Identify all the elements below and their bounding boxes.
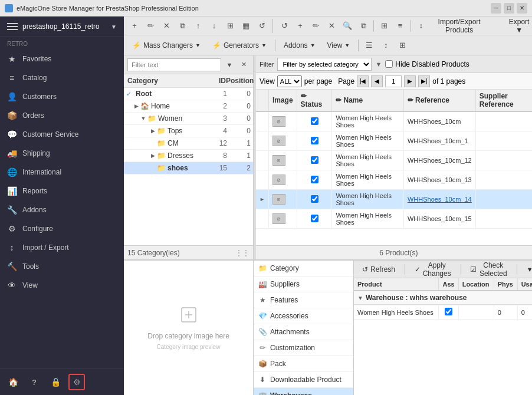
sidebar-item-favorites[interactable]: ★ Favorites <box>0 50 124 68</box>
hamburger-menu[interactable] <box>7 23 18 30</box>
category-refresh-button[interactable]: ↺ <box>255 19 269 33</box>
product-extra1-button[interactable]: ⊞ <box>377 19 391 33</box>
status-checkbox[interactable] <box>311 195 318 203</box>
sidebar-item-addons[interactable]: 🔧 Addons <box>0 200 124 219</box>
prev-page-button[interactable]: ◀ <box>371 75 383 87</box>
tab-accessories[interactable]: 💎 Accessories <box>254 308 353 324</box>
product-search-button[interactable]: 🔍 <box>341 19 354 33</box>
table-row[interactable]: ⊘ Women High Heels Shoes WHHShoes_10cm <box>256 111 532 131</box>
warehouse-expand-icon[interactable]: ▼ <box>357 295 363 301</box>
tree-item-tops[interactable]: ▶ 📁 Tops 4 0 <box>124 125 253 137</box>
apply-changes-button[interactable]: ✓ Apply Changes <box>410 259 456 279</box>
status-checkbox[interactable] <box>311 137 318 144</box>
check-selected-button[interactable]: ☑ Check Selected <box>465 259 512 279</box>
new-category-button[interactable]: + <box>127 19 142 33</box>
sidebar-item-view[interactable]: 👁 View <box>0 276 124 295</box>
hide-disabled-checkbox[interactable] <box>385 60 393 68</box>
tab-category[interactable]: 📁 Category <box>254 261 353 276</box>
col-supplier-ref[interactable]: Supplier Reference <box>475 90 532 111</box>
status-checkbox[interactable] <box>311 215 318 222</box>
delete-category-button[interactable]: ✕ <box>159 19 173 33</box>
expand-button[interactable]: ⊞ <box>223 19 237 33</box>
sidebar-item-orders[interactable]: 📦 Orders <box>0 106 124 125</box>
tree-item-women[interactable]: ▼ 📁 Women 3 0 <box>124 113 253 125</box>
sidebar-item-customers[interactable]: 👤 Customers <box>0 87 124 106</box>
settings-button[interactable]: ⚙ <box>68 374 85 390</box>
minimize-button[interactable]: ─ <box>491 3 501 14</box>
filter-funnel-icon[interactable]: ▼ <box>375 61 382 68</box>
col-status[interactable]: ✏ Status <box>297 90 332 111</box>
sidebar-item-tools[interactable]: 🔨 Tools <box>0 257 124 276</box>
table-row-selected[interactable]: ► ⊘ Women High Heels Shoes WHHShoes_10cm… <box>256 190 532 209</box>
store-dropdown-icon[interactable]: ▼ <box>111 24 117 30</box>
tree-item-shoes[interactable]: 📁 shoes 15 2 <box>124 162 253 175</box>
hide-disabled-label[interactable]: Hide Disabled Products <box>385 60 469 68</box>
col-name[interactable]: ✏ Name <box>332 90 403 111</box>
product-edit-button[interactable]: ✏ <box>309 19 323 33</box>
tab-warehouses[interactable]: 🏢 Warehouses <box>254 388 353 395</box>
extra-btn1[interactable]: ☰ <box>362 38 376 52</box>
tab-pack[interactable]: 📦 Pack <box>254 356 353 372</box>
sidebar-item-import-export[interactable]: ↕ Import / Export <box>0 238 124 257</box>
warehouse-dropdown-button[interactable]: ▼ <box>522 264 532 275</box>
move-down-button[interactable]: ↓ <box>207 19 221 33</box>
row-status-cell[interactable] <box>297 111 332 131</box>
wh-ass-checkbox[interactable] <box>445 308 452 315</box>
tab-downloadable[interactable]: ⬇ Downloadable Product <box>254 372 353 388</box>
mass-changers-button[interactable]: ⚡ Mass Changers ▼ <box>127 38 205 52</box>
status-checkbox[interactable] <box>311 156 318 164</box>
maximize-button[interactable]: □ <box>504 3 514 14</box>
tree-item-root[interactable]: ✓ Root 1 0 <box>124 88 253 100</box>
table-row[interactable]: ⊘ Women High Heels Shoes WHHShoes_10cm_1 <box>256 131 532 151</box>
addons-dropdown-button[interactable]: Addons ▼ <box>279 38 320 52</box>
sidebar-item-reports[interactable]: 📊 Reports <box>0 182 124 200</box>
extra-btn2[interactable]: ↕ <box>379 38 393 52</box>
tab-customization[interactable]: ✏ Customization <box>254 340 353 356</box>
tab-attachments[interactable]: 📎 Attachments <box>254 324 353 340</box>
row-status-cell[interactable] <box>297 151 332 170</box>
dresses-expand-icon[interactable]: ▶ <box>149 152 157 160</box>
row-status-cell[interactable] <box>297 209 332 229</box>
filter-select[interactable]: Filter by selected category <box>277 58 372 71</box>
tree-item-cm[interactable]: 📁 CM 12 1 <box>124 137 253 150</box>
view-select[interactable]: ALL <box>277 75 302 87</box>
warehouse-row[interactable]: Women High Heels Shoes 0 0 <box>354 305 532 320</box>
tree-item-dresses[interactable]: ▶ 📁 Dresses 8 1 <box>124 150 253 162</box>
row-status-cell[interactable] <box>297 131 332 151</box>
resize-handle[interactable]: ⋮⋮ <box>235 249 249 257</box>
first-page-button[interactable]: |◀ <box>357 75 369 87</box>
tree-item-home[interactable]: ▶ 🏠 Home 2 0 <box>124 100 253 113</box>
help-button[interactable]: ? <box>26 374 42 390</box>
row-status-cell[interactable] <box>297 190 332 209</box>
status-checkbox[interactable] <box>311 117 318 125</box>
close-button[interactable]: ✕ <box>517 3 527 14</box>
col-image[interactable]: Image <box>268 90 297 111</box>
warehouse-refresh-button[interactable]: ↺ Refresh <box>357 264 400 275</box>
sidebar-item-shipping[interactable]: 🚚 Shipping <box>0 144 124 163</box>
image-drop-panel[interactable]: Drop category image here Category image … <box>124 261 254 395</box>
move-up-button[interactable]: ↑ <box>191 19 205 33</box>
tops-expand-icon[interactable]: ▶ <box>149 127 157 135</box>
import-export-products-button[interactable]: ↕ Import/Export Products <box>415 19 498 33</box>
copy-category-button[interactable]: ⧉ <box>175 19 189 33</box>
women-expand-icon[interactable]: ▼ <box>139 114 147 123</box>
table-row[interactable]: ⊘ Women High Heels Shoes WHHShoes_10cm_1… <box>256 170 532 190</box>
product-refresh-button[interactable]: ↺ <box>278 19 291 33</box>
product-new-button[interactable]: + <box>294 19 307 33</box>
product-copy-button[interactable]: ⧉ <box>357 19 370 33</box>
generators-button[interactable]: ⚡ Generators ▼ <box>208 38 271 52</box>
wh-ass-cell[interactable] <box>439 305 458 320</box>
edit-category-button[interactable]: ✏ <box>143 19 157 33</box>
product-delete-button[interactable]: ✕ <box>325 19 339 33</box>
extra-btn3[interactable]: ⊞ <box>395 38 409 52</box>
tab-suppliers[interactable]: 🏭 Suppliers <box>254 276 353 292</box>
filter-clear-button[interactable]: ✕ <box>238 59 249 71</box>
filter-options-button[interactable]: ▼ <box>224 59 235 71</box>
table-row[interactable]: ⊘ Women High Heels Shoes WHHShoes_10cm_1… <box>256 209 532 229</box>
home-expand-icon[interactable]: ▶ <box>132 102 140 110</box>
col-reference[interactable]: ✏ Reference <box>403 90 475 111</box>
lock-button[interactable]: 🔒 <box>47 374 64 390</box>
last-page-button[interactable]: ▶| <box>418 75 430 87</box>
store-button[interactable]: 🏠 <box>5 374 21 390</box>
sidebar-item-configure[interactable]: ⚙ Configure <box>0 219 124 238</box>
